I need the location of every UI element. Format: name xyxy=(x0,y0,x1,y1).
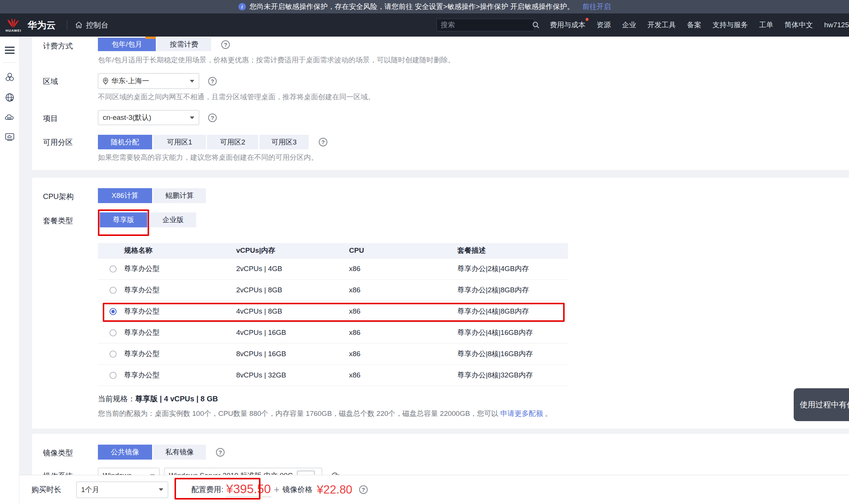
console-label: 控制台 xyxy=(86,20,108,30)
radio-button[interactable] xyxy=(109,265,117,273)
price-help-icon[interactable]: ? xyxy=(359,485,368,494)
az-row: 可用分区 随机分配 可用区1 可用区2 可用区3 ? xyxy=(43,135,849,149)
table-row-selected[interactable]: 尊享办公型 4vCPUs | 8GB x86 尊享办公|4核|8GB内存 xyxy=(98,301,568,322)
package-premium[interactable]: 尊享版 xyxy=(100,212,147,227)
header-divider xyxy=(67,20,67,30)
service-cluster-icon[interactable] xyxy=(5,72,15,82)
current-spec-value: 尊享版 | 4 vCPUs | 8 GB xyxy=(135,395,218,403)
nav-billing-cost[interactable]: 费用与成本 xyxy=(550,20,585,30)
table-row[interactable]: 尊享办公型 8vCPUs | 32GB x86 尊享办公|8核|32GB内存 xyxy=(98,365,568,386)
chevron-down-icon xyxy=(190,116,194,119)
region-label: 区域 xyxy=(43,73,98,87)
image-price-value: ¥22.80 xyxy=(317,483,352,497)
project-select[interactable]: cn-east-3(默认) xyxy=(98,110,199,125)
project-row: 项目 cn-east-3(默认) ? xyxy=(43,110,849,125)
sidebar-divider xyxy=(3,62,16,63)
console-home[interactable]: 控制台 xyxy=(75,20,108,30)
project-help-icon[interactable]: ? xyxy=(208,113,217,122)
cpu-arch-row: CPU架构 X86计算 鲲鹏计算 xyxy=(43,188,849,203)
huawei-flower-icon xyxy=(7,18,20,28)
project-value: cn-east-3(默认) xyxy=(103,113,151,122)
az-label: 可用分区 xyxy=(43,135,98,147)
billing-help-text: 包年/包月适用于长期稳定使用场景，价格更优惠；按需计费适用于桌面需求波动的场景，… xyxy=(98,56,849,63)
region-help-icon[interactable]: ? xyxy=(208,77,217,85)
cpu-arch-kunpeng[interactable]: 鲲鹏计算 xyxy=(153,188,206,203)
radio-button[interactable] xyxy=(109,287,117,294)
location-pin-icon xyxy=(103,78,108,85)
image-private[interactable]: 私有镜像 xyxy=(153,445,206,460)
table-row[interactable]: 尊享办公型 2vCPUs | 8GB x86 尊享办公|2核|8GB内存 xyxy=(98,280,568,301)
radio-button-selected[interactable] xyxy=(109,308,117,315)
nav-language[interactable]: 简体中文 xyxy=(784,20,813,30)
radio-button[interactable] xyxy=(109,351,117,358)
cloud-desktop-icon[interactable] xyxy=(4,132,15,142)
chevron-down-icon xyxy=(190,80,194,83)
brand-name[interactable]: 华为云 xyxy=(28,19,56,31)
image-type-label: 镜像类型 xyxy=(43,445,98,458)
feedback-tooltip: 使用过程中有任何 xyxy=(794,388,849,421)
az-option-3[interactable]: 可用区3 xyxy=(259,135,309,149)
current-spec: 当前规格：尊享版 | 4 vCPUs | 8 GB xyxy=(98,394,849,404)
tooltip-text: 使用过程中有任何 xyxy=(800,399,849,410)
az-help-text: 如果您需要较高的容灾能力，建议您将桌面创建在不同的可用分区内。 xyxy=(98,154,849,161)
radio-button[interactable] xyxy=(109,329,117,336)
image-price-label: 镜像价格 xyxy=(283,485,312,495)
search-input[interactable] xyxy=(441,21,532,29)
hamburger-menu-icon[interactable] xyxy=(5,45,15,56)
billing-help-icon[interactable]: ? xyxy=(221,40,230,49)
region-row: 区域 华东-上海一 ? xyxy=(43,73,849,89)
nav-dev-tools[interactable]: 开发工具 xyxy=(647,20,676,30)
spec-table-header: 规格名称 vCPUs|内存 CPU 套餐描述 xyxy=(98,243,568,258)
col-header-vcpu: vCPUs|内存 xyxy=(236,246,349,255)
quota-text: 您当前的配额为：桌面实例数 100个，CPU数量 880个，内存容量 1760G… xyxy=(98,409,849,419)
az-help-icon[interactable]: ? xyxy=(319,138,327,146)
config-fee-value: ¥395.50 xyxy=(226,482,271,497)
banner-enable-link[interactable]: 前往开启 xyxy=(582,2,611,12)
table-row[interactable]: 尊享办公型 8vCPUs | 16GB x86 尊享办公|8核|16GB内存 xyxy=(98,343,568,365)
cloud-server-icon[interactable] xyxy=(4,113,15,122)
az-option-1[interactable]: 可用区1 xyxy=(153,135,206,149)
info-icon: i xyxy=(238,3,246,10)
header-search[interactable] xyxy=(436,19,534,31)
spec-table: 规格名称 vCPUs|内存 CPU 套餐描述 尊享办公型 2vCPUs | 4G… xyxy=(98,243,568,386)
table-row[interactable]: 尊享办公型 2vCPUs | 4GB x86 尊享办公|2核|4GB内存 xyxy=(98,258,568,280)
current-spec-prefix: 当前规格： xyxy=(98,395,135,403)
image-type-help-icon[interactable]: ? xyxy=(216,448,225,457)
svg-text:w: w xyxy=(10,98,13,102)
nav-icp[interactable]: 备案 xyxy=(687,20,701,30)
package-type-row: 套餐类型 尊享版 企业版 xyxy=(43,212,849,227)
config-fee-label: 配置费用: xyxy=(191,485,223,495)
nav-resources[interactable]: 资源 xyxy=(596,20,611,30)
col-header-name: 规格名称 xyxy=(98,246,236,255)
notification-dot xyxy=(586,18,589,21)
radio-button[interactable] xyxy=(109,372,117,379)
search-icon[interactable] xyxy=(532,21,540,29)
region-select[interactable]: 华东-上海一 xyxy=(98,73,199,89)
home-icon xyxy=(75,21,83,29)
globe-icon[interactable]: w xyxy=(5,93,15,102)
duration-select[interactable]: 1个月 xyxy=(76,482,168,498)
nav-support[interactable]: 支持与服务 xyxy=(712,20,748,30)
duration-value: 1个月 xyxy=(81,485,99,495)
az-option-random[interactable]: 随机分配 xyxy=(98,135,152,149)
billing-option-yearly[interactable]: 包年/包月 xyxy=(98,38,156,51)
cpu-arch-x86[interactable]: X86计算 xyxy=(98,188,152,203)
package-enterprise[interactable]: 企业版 xyxy=(150,212,196,227)
col-header-desc: 套餐描述 xyxy=(457,246,568,255)
image-public[interactable]: 公共镜像 xyxy=(98,445,152,460)
billing-option-ondemand[interactable]: 按需计费 xyxy=(157,38,211,51)
nav-ticket[interactable]: 工单 xyxy=(759,20,773,30)
table-row[interactable]: 尊享办公型 4vCPUs | 16GB x86 尊享办公|4核|16GB内存 xyxy=(98,322,568,343)
nav-username[interactable]: hw7125 xyxy=(824,21,849,29)
basic-config-card: 计费方式 包年/包月 按需计费 ? 包年/包月适用于长期稳定使用场景，价格更优惠… xyxy=(32,37,849,170)
package-type-label: 套餐类型 xyxy=(43,212,98,226)
request-quota-link[interactable]: 申请更多配额 xyxy=(500,410,543,417)
nav-enterprise[interactable]: 企业 xyxy=(622,20,636,30)
billing-mode-row: 计费方式 包年/包月 按需计费 ? xyxy=(43,38,849,51)
col-header-cpu: CPU xyxy=(349,246,457,255)
plus-sign: + xyxy=(274,484,280,495)
az-option-2[interactable]: 可用区2 xyxy=(207,135,258,149)
left-sidebar: w xyxy=(0,37,19,504)
huawei-logo[interactable]: HUAWEI xyxy=(4,18,22,32)
region-help-text: 不同区域的桌面之间内网互不相通，且需分区域管理桌面，推荐将桌面创建在同一区域。 xyxy=(98,93,849,100)
